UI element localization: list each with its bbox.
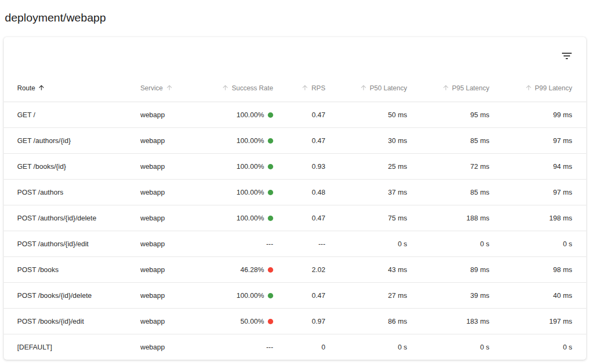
table-body: GET / webapp 100.00% 0.47 50 ms 95 ms 99… bbox=[4, 102, 586, 360]
p50-latency-cell: 0 s bbox=[325, 334, 407, 360]
routes-card: Route Service Success Rate RPS P50 Laten… bbox=[4, 37, 586, 360]
success-rate-cell: 100.00% bbox=[205, 102, 273, 127]
status-dot bbox=[268, 216, 273, 221]
p95-latency-cell: 85 ms bbox=[407, 179, 489, 205]
table-row[interactable]: GET /authors/{id} webapp 100.00% 0.47 30… bbox=[4, 127, 586, 153]
table-row[interactable]: POST /authors/{id}/delete webapp 100.00%… bbox=[4, 205, 586, 231]
filter-icon bbox=[560, 49, 573, 64]
success-rate-cell: 100.00% bbox=[205, 205, 273, 231]
p99-latency-cell: 98 ms bbox=[489, 256, 586, 282]
route-cell: POST /authors/{id}/edit bbox=[4, 231, 140, 256]
route-cell: POST /authors/{id}/delete bbox=[4, 205, 140, 231]
column-label: P50 Latency bbox=[370, 84, 408, 92]
page-title: deployment/webapp bbox=[0, 0, 591, 26]
p95-latency-cell: 85 ms bbox=[407, 127, 489, 153]
rps-cell: 0.47 bbox=[273, 127, 325, 153]
route-cell: [DEFAULT] bbox=[4, 334, 140, 360]
column-header-service[interactable]: Service bbox=[140, 76, 205, 102]
p50-latency-cell: 43 ms bbox=[325, 256, 407, 282]
column-header-success-rate[interactable]: Success Rate bbox=[205, 76, 273, 102]
table-row[interactable]: [DEFAULT] webapp --- 0 0 s 0 s 0 s bbox=[4, 334, 586, 360]
sort-asc-icon bbox=[38, 85, 45, 93]
p95-latency-cell: 95 ms bbox=[407, 102, 489, 127]
p99-latency-cell: 0 s bbox=[489, 334, 586, 360]
status-dot bbox=[268, 319, 273, 324]
table-row[interactable]: POST /books webapp 46.28% 2.02 43 ms 89 … bbox=[4, 256, 586, 282]
route-cell: POST /books/{id}/delete bbox=[4, 282, 140, 308]
p99-latency-cell: 0 s bbox=[489, 231, 586, 256]
success-rate-cell: 100.00% bbox=[205, 282, 273, 308]
table-row[interactable]: POST /authors/{id}/edit webapp --- --- 0… bbox=[4, 231, 586, 256]
route-cell: POST /books/{id}/edit bbox=[4, 308, 140, 334]
p99-latency-cell: 40 ms bbox=[489, 282, 586, 308]
p50-latency-cell: 50 ms bbox=[325, 102, 407, 127]
p99-latency-cell: 198 ms bbox=[489, 205, 586, 231]
sort-asc-icon bbox=[442, 85, 450, 93]
status-dot bbox=[268, 190, 273, 195]
success-rate-cell: --- bbox=[205, 334, 273, 360]
p95-latency-cell: 39 ms bbox=[407, 282, 489, 308]
service-cell: webapp bbox=[140, 231, 205, 256]
rps-cell: 0.97 bbox=[273, 308, 325, 334]
sort-asc-icon bbox=[360, 85, 367, 93]
rps-cell: 0.47 bbox=[273, 205, 325, 231]
route-cell: POST /books bbox=[4, 256, 140, 282]
column-label: Success Rate bbox=[232, 84, 273, 92]
column-label: Service bbox=[140, 84, 163, 92]
rps-cell: 0.47 bbox=[273, 282, 325, 308]
p95-latency-cell: 89 ms bbox=[407, 256, 489, 282]
rps-cell: 0.47 bbox=[273, 102, 325, 127]
service-cell: webapp bbox=[140, 153, 205, 179]
p50-latency-cell: 27 ms bbox=[325, 282, 407, 308]
column-header-route[interactable]: Route bbox=[4, 76, 140, 102]
sort-asc-icon bbox=[525, 85, 532, 93]
status-dot bbox=[268, 293, 273, 298]
routes-table: Route Service Success Rate RPS P50 Laten… bbox=[4, 76, 586, 360]
route-cell: GET / bbox=[4, 102, 140, 127]
p50-latency-cell: 0 s bbox=[325, 231, 407, 256]
p95-latency-cell: 183 ms bbox=[407, 308, 489, 334]
header-row: Route Service Success Rate RPS P50 Laten… bbox=[4, 76, 586, 102]
service-cell: webapp bbox=[140, 179, 205, 205]
success-rate-cell: 50.00% bbox=[205, 308, 273, 334]
status-dot bbox=[268, 112, 273, 118]
success-rate-cell: 100.00% bbox=[205, 127, 273, 153]
p99-latency-cell: 94 ms bbox=[489, 153, 586, 179]
success-rate-cell: 100.00% bbox=[205, 179, 273, 205]
column-label: Route bbox=[17, 84, 35, 92]
p99-latency-cell: 97 ms bbox=[489, 127, 586, 153]
service-cell: webapp bbox=[140, 205, 205, 231]
table-toolbar bbox=[4, 37, 586, 76]
status-dot bbox=[268, 164, 273, 169]
p99-latency-cell: 99 ms bbox=[489, 102, 586, 127]
service-cell: webapp bbox=[140, 127, 205, 153]
table-row[interactable]: POST /books/{id}/delete webapp 100.00% 0… bbox=[4, 282, 586, 308]
route-cell: GET /books/{id} bbox=[4, 153, 140, 179]
rps-cell: 2.02 bbox=[273, 256, 325, 282]
filter-button[interactable] bbox=[558, 48, 575, 65]
rps-cell: --- bbox=[273, 231, 325, 256]
success-rate-cell: 100.00% bbox=[205, 153, 273, 179]
p95-latency-cell: 0 s bbox=[407, 334, 489, 360]
p95-latency-cell: 72 ms bbox=[407, 153, 489, 179]
column-label: P99 Latency bbox=[535, 84, 573, 92]
p50-latency-cell: 37 ms bbox=[325, 179, 407, 205]
column-label: RPS bbox=[311, 84, 325, 92]
column-header-p50-latency[interactable]: P50 Latency bbox=[325, 76, 407, 102]
table-row[interactable]: POST /authors webapp 100.00% 0.48 37 ms … bbox=[4, 179, 586, 205]
column-header-p95-latency[interactable]: P95 Latency bbox=[407, 76, 489, 102]
success-rate-cell: 46.28% bbox=[205, 256, 273, 282]
p50-latency-cell: 75 ms bbox=[325, 205, 407, 231]
p50-latency-cell: 30 ms bbox=[325, 127, 407, 153]
table-row[interactable]: POST /books/{id}/edit webapp 50.00% 0.97… bbox=[4, 308, 586, 334]
p50-latency-cell: 86 ms bbox=[325, 308, 407, 334]
table-row[interactable]: GET / webapp 100.00% 0.47 50 ms 95 ms 99… bbox=[4, 102, 586, 127]
route-cell: GET /authors/{id} bbox=[4, 127, 140, 153]
column-header-rps[interactable]: RPS bbox=[273, 76, 325, 102]
success-rate-cell: --- bbox=[205, 231, 273, 256]
p50-latency-cell: 25 ms bbox=[325, 153, 407, 179]
table-row[interactable]: GET /books/{id} webapp 100.00% 0.93 25 m… bbox=[4, 153, 586, 179]
service-cell: webapp bbox=[140, 308, 205, 334]
column-header-p99-latency[interactable]: P99 Latency bbox=[489, 76, 586, 102]
service-cell: webapp bbox=[140, 334, 205, 360]
